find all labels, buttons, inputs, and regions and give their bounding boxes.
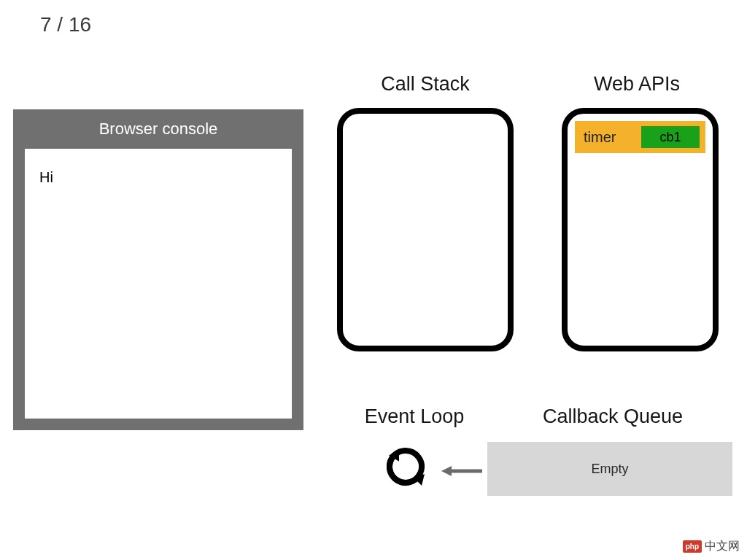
callback-queue-state: Empty — [591, 462, 628, 477]
event-loop-heading: Event Loop — [334, 405, 495, 428]
console-output: Hi — [39, 169, 53, 185]
call-stack-panel — [337, 108, 514, 351]
event-loop-icon — [385, 446, 426, 487]
web-apis-heading: Web APIs — [554, 73, 719, 96]
browser-console-panel: Browser console Hi — [13, 109, 303, 430]
timer-label: timer — [584, 129, 641, 146]
timer-callback: cb1 — [641, 126, 700, 148]
web-apis-panel: timer cb1 — [562, 108, 719, 351]
callback-queue-panel: Empty — [487, 442, 732, 496]
browser-console-body: Hi — [25, 149, 292, 419]
svg-marker-3 — [441, 466, 452, 476]
watermark-badge: php — [683, 540, 702, 553]
web-api-timer: timer cb1 — [575, 121, 705, 153]
watermark: php 中文网 — [683, 539, 740, 554]
callback-queue-heading: Callback Queue — [511, 405, 715, 428]
queue-to-loop-arrow-icon — [440, 464, 484, 478]
slide-counter: 7 / 16 — [40, 13, 91, 36]
watermark-text: 中文网 — [705, 539, 740, 554]
call-stack-heading: Call Stack — [334, 73, 516, 96]
browser-console-title: Browser console — [13, 109, 303, 149]
